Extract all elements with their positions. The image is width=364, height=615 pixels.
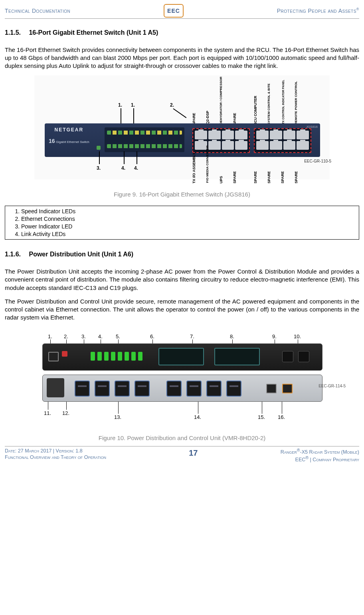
callout-2: 2.	[170, 102, 174, 108]
port-label: TX CONTROL INDICATOR PANEL	[281, 80, 285, 124]
breaker-switch-b	[298, 351, 309, 362]
pdu-callout: 16.	[278, 414, 285, 421]
outlet-icon	[186, 381, 202, 397]
pdu-callout: 2.	[64, 333, 68, 340]
callout-4b: 4.	[134, 165, 138, 171]
speed-led-row	[107, 131, 182, 135]
port-label: SPARE	[280, 171, 285, 183]
figure-9-caption: Figure 9. 16-Port Gigabit Ethernet Switc…	[5, 190, 359, 198]
outlet-icon	[115, 381, 130, 397]
switch-brand-area: NETGEAR 16 Gigabit Ethernet Switch	[49, 127, 89, 145]
outlet-icon	[206, 381, 222, 397]
arrow	[136, 151, 137, 164]
outlet-icon	[166, 381, 182, 397]
page-footer: Date: 27 March 2017 | Version: 1.8 Funct…	[5, 446, 359, 463]
callout-1b: 1.	[131, 102, 135, 108]
lcd-display-a	[158, 348, 204, 365]
pdu-callout: 12.	[62, 410, 69, 417]
pdu-callout: 9.	[272, 333, 277, 340]
part-number-tag: EEC-GR-114-5	[318, 383, 346, 389]
switch-chassis: NETGEAR 16 Gigabit Ethernet Switch JGS81…	[45, 123, 320, 157]
section-116-para2: The Power Distribution and Control Unit …	[5, 298, 359, 322]
port-label: SPARE	[232, 171, 237, 183]
footer-date-version: Date: 27 March 2017 | Version: 1.8	[5, 448, 106, 454]
page-header: Technical Documentation EEC Protecting P…	[5, 4, 359, 19]
outlet-icon	[95, 381, 110, 397]
pdu-illustration: 1. 2. 3. 4. 5. 6. 7. 8. 9. 10.	[18, 327, 346, 423]
legend-item: Power Indicator LED	[21, 223, 355, 230]
footer-left: Date: 27 March 2017 | Version: 1.8 Funct…	[5, 448, 106, 461]
section-116-para1: The Power Distribution Unit accepts the …	[5, 268, 359, 292]
port-label: RCU COMPUTER	[253, 96, 258, 125]
pdu-callout: 14.	[194, 414, 201, 421]
arrow	[99, 151, 100, 164]
power-inlet-icon	[47, 378, 64, 397]
header-right: Protecting People and Assets®	[277, 7, 359, 15]
netgear-logo: NETGEAR	[49, 127, 89, 133]
section-116-number: 1.1.6.	[5, 250, 27, 259]
pdu-callout: 7.	[190, 333, 194, 340]
section-116-title: Power Distribution Unit (Unit 1 A6)	[29, 251, 133, 258]
legend-item: Ethernet Connections	[21, 215, 355, 223]
switch-subtitle: Gigabit Ethernet Switch	[56, 140, 89, 144]
port-count: 16	[49, 138, 55, 144]
pdu-callout: 8.	[230, 333, 234, 340]
registered-mark: ®	[356, 7, 359, 11]
pdu-callout: 10.	[294, 333, 301, 340]
pdu-callout: 6.	[150, 333, 154, 340]
footer-product: Ranger®-X5 Radar System (Mobile)	[281, 448, 359, 455]
pdu-callout: 11.	[44, 410, 51, 417]
eec-logo: EEC	[164, 4, 184, 18]
pdu-rear-view	[42, 343, 322, 371]
aux-port-icon	[266, 384, 277, 393]
port-label: DEHYDRATOR / COMPRESSOR	[219, 77, 224, 125]
switch-illustration: SPARE IQ2-DSP DEHYDRATOR / COMPRESSOR SP…	[34, 75, 330, 179]
port-label: SPARE	[253, 171, 258, 183]
section-116-heading: 1.1.6. Power Distribution Unit (Unit 1 A…	[5, 250, 359, 259]
figure-10: 1. 2. 3. 4. 5. 6. 7. 8. 9. 10.	[5, 327, 359, 425]
footer-proprietary: EEC® | Company Proprietary	[281, 455, 359, 463]
figure-10-caption: Figure 10. Power Distribution and Contro…	[5, 434, 359, 442]
callout-3: 3.	[97, 165, 101, 171]
section-115-number: 1.1.5.	[5, 28, 27, 37]
footer-doc-title: Functional Overview and Theory of Operat…	[5, 454, 106, 460]
header-right-text: Protecting People and Assets	[277, 8, 356, 14]
pdu-callout: 1.	[48, 333, 52, 340]
figure-9: SPARE IQ2-DSP DEHYDRATOR / COMPRESSOR SP…	[5, 75, 359, 181]
port-label: TX I/O ASSEMBLY	[192, 153, 196, 183]
breaker-switch-a	[282, 351, 293, 362]
section-115-paragraph: The 16-Port Ethernet Switch provides con…	[5, 46, 359, 70]
callout-1a: 1.	[118, 102, 122, 108]
header-left: Technical Documentation	[5, 7, 70, 15]
figure-9-legend: Speed Indicator LEDs Ethernet Connection…	[5, 206, 359, 240]
port-label: REMOTE POWER CONTROL	[294, 81, 299, 125]
section-115-heading: 1.1.5. 16-Port Gigabit Ethernet Switch (…	[5, 28, 359, 37]
callout-4a: 4.	[121, 165, 125, 171]
ethernet-port-icon	[282, 384, 293, 393]
page-number: 17	[189, 448, 198, 458]
section-115-title: 16-Port Gigabit Ethernet Switch (Unit 1 …	[29, 29, 158, 36]
legend-item: Link Activity LEDs	[21, 230, 355, 238]
arrow	[124, 151, 125, 164]
pdu-front-view	[42, 375, 322, 402]
led-indicator-block	[105, 127, 184, 152]
link-led-row	[107, 144, 182, 148]
outlet-icon	[75, 381, 90, 397]
pdu-callout: 4.	[98, 333, 103, 340]
arrow	[173, 109, 186, 119]
power-led	[97, 146, 101, 150]
pdu-callout: 13.	[114, 414, 121, 421]
pdu-callout: 15.	[258, 414, 265, 421]
outlet-icon	[226, 381, 241, 397]
pdu-callout: 5.	[116, 333, 120, 340]
port-label: SPARE	[294, 171, 299, 183]
model-tag: JGS816	[306, 125, 318, 129]
ethernet-bank-2	[254, 128, 311, 153]
port-label: UPS	[219, 176, 224, 184]
reset-button-icon	[62, 351, 67, 357]
port-label: SYSTEM CONTROL & BITE	[267, 83, 271, 125]
ethernet-port-icon	[48, 352, 59, 361]
part-number-tag: EEC-GR-110-5	[304, 159, 331, 164]
ethernet-bank-1	[192, 128, 250, 153]
outlet-icon	[135, 381, 150, 397]
